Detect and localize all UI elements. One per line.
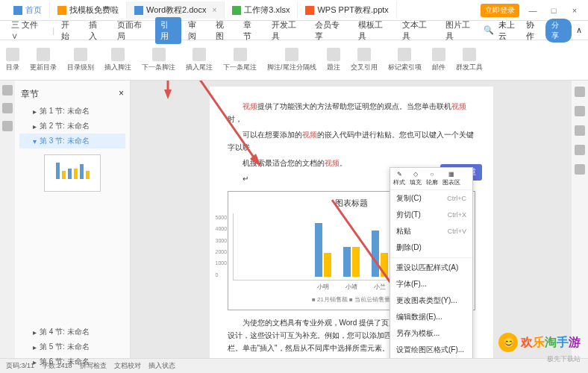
- menu-insert[interactable]: 插入: [84, 17, 110, 44]
- menu-view[interactable]: 视图: [210, 17, 237, 44]
- ribbon-toc-level[interactable]: 目录级别: [67, 48, 94, 72]
- status-spell[interactable]: 拼写检查: [80, 361, 107, 371]
- context-menu-item[interactable]: 删除(D): [390, 239, 472, 256]
- cm-chartarea[interactable]: ▦图表区: [442, 171, 460, 186]
- search-side-icon[interactable]: [2, 121, 13, 131]
- more-icon[interactable]: [575, 164, 585, 175]
- right-toolbar: [572, 81, 588, 358]
- menu-review[interactable]: 审阅: [183, 17, 209, 44]
- watermark: 😊 欢乐淘手游: [498, 333, 581, 352]
- ribbon-mass[interactable]: 群发工具: [456, 48, 483, 72]
- ribbon-footnote[interactable]: 插入脚注: [104, 48, 131, 72]
- ribbon-index[interactable]: 标记索引项: [388, 48, 422, 72]
- menu-text[interactable]: 文本工具: [397, 17, 439, 44]
- svg-marker-0: [164, 90, 172, 99]
- sidebar: 章节× ▸第 1 节: 未命名 ▸第 2 节: 未命名 ▾第 3 节: 未命名 …: [15, 81, 131, 358]
- menu-dev[interactable]: 开发工具: [266, 17, 308, 44]
- main: 章节× ▸第 1 节: 未命名 ▸第 2 节: 未命名 ▾第 3 节: 未命名 …: [0, 81, 588, 358]
- menu-template[interactable]: 模板工具: [353, 17, 395, 44]
- caret-icon[interactable]: ∧: [576, 25, 582, 35]
- property-icon[interactable]: [575, 87, 585, 97]
- file-menu[interactable]: 三 文件 ∨: [6, 17, 51, 44]
- outline-icon[interactable]: [2, 85, 13, 95]
- status-words[interactable]: 字数:2418: [42, 361, 72, 371]
- close-window-icon[interactable]: ×: [567, 6, 582, 15]
- menu-references[interactable]: 引用: [155, 17, 181, 44]
- search-icon[interactable]: 🔍: [484, 25, 494, 35]
- ribbon-note-sep[interactable]: 脚注/尾注分隔线: [267, 48, 316, 72]
- ribbon-next-endnote[interactable]: 下一条尾注: [223, 48, 257, 72]
- outline-item[interactable]: ▸第 1 节: 未命名: [19, 104, 125, 119]
- context-menu-item[interactable]: 剪切(T)Ctrl+X: [390, 207, 472, 223]
- ribbon-endnote[interactable]: 插入尾注: [186, 48, 213, 72]
- sidebar-close-icon[interactable]: ×: [119, 88, 124, 101]
- ribbon-caption[interactable]: 题注: [327, 48, 340, 72]
- close-icon[interactable]: ×: [213, 6, 217, 14]
- ribbon-crossref[interactable]: 交叉引用: [351, 48, 378, 72]
- cm-outline[interactable]: ○轮廓: [426, 171, 438, 186]
- watermark-sub: 极先下载站: [547, 354, 581, 364]
- context-menu-item[interactable]: 重设以匹配样式(A): [390, 260, 472, 276]
- context-menu-item[interactable]: 复制(C)Ctrl+C: [390, 190, 472, 207]
- status-page[interactable]: 页码:3/11: [6, 361, 34, 371]
- paragraph: 视频提供了功能强大的方法帮助您证明您的观点。当您单击联机视频时，: [228, 100, 475, 125]
- watermark-logo-icon: 😊: [498, 333, 518, 352]
- cm-style[interactable]: ✎样式: [393, 171, 405, 186]
- outline-item[interactable]: ▸第 5 节: 未命名: [19, 339, 125, 354]
- context-menu-item[interactable]: 字体(F)...: [390, 276, 472, 292]
- context-menu-item[interactable]: 设置绘图区格式(F)...: [390, 342, 472, 358]
- minimize-icon[interactable]: —: [525, 6, 540, 15]
- ribbon-mail[interactable]: 邮件: [432, 48, 445, 72]
- left-toolbar: [0, 81, 15, 358]
- bookmark-icon[interactable]: [2, 103, 13, 113]
- page-thumbnail[interactable]: [44, 154, 101, 192]
- ribbon-update-toc[interactable]: 更新目录: [30, 48, 57, 72]
- cloud-label[interactable]: 未上云: [498, 19, 522, 42]
- coop-label[interactable]: 协作: [526, 19, 541, 42]
- status-insert[interactable]: 插入状态: [148, 361, 175, 371]
- context-menu: ✎样式 ◇填充 ○轮廓 ▦图表区 复制(C)Ctrl+C剪切(T)Ctrl+X粘…: [390, 167, 473, 358]
- context-menu-item[interactable]: 另存为模板...: [390, 325, 472, 342]
- ribbon: 目录 更新目录 目录级别 插入脚注 下一条脚注 插入尾注 下一条尾注 脚注/尾注…: [0, 40, 588, 81]
- menu-layout[interactable]: 页面布局: [112, 17, 154, 44]
- cm-fill[interactable]: ◇填充: [410, 171, 422, 186]
- style-icon[interactable]: [575, 106, 585, 116]
- select-icon[interactable]: [575, 125, 585, 136]
- ribbon-toc[interactable]: 目录: [6, 48, 19, 72]
- menu-member[interactable]: 会员专享: [310, 17, 351, 44]
- outline-item[interactable]: ▸第 6 节: 未命名: [19, 354, 125, 369]
- outline-item[interactable]: ▸第 2 节: 未命名: [19, 119, 125, 134]
- outline-item[interactable]: ▸第 4 节: 未命名: [19, 325, 125, 339]
- shape-icon[interactable]: [575, 145, 585, 155]
- menubar: 三 文件 ∨ | 开始 插入 页面布局 引用 审阅 视图 章节 开发工具 会员专…: [0, 21, 588, 40]
- context-menu-item[interactable]: 编辑数据(E)...: [390, 309, 472, 325]
- menu-picture[interactable]: 图片工具: [440, 17, 482, 44]
- maximize-icon[interactable]: □: [546, 6, 561, 15]
- paragraph: 可以在想要添加的视频的嵌入代码中进行粘贴。您也可以键入一个关键字以联: [228, 128, 475, 154]
- outline-item[interactable]: ▾第 3 节: 未命名: [19, 134, 125, 148]
- share-button[interactable]: 分享: [545, 19, 572, 43]
- menu-section[interactable]: 章节: [238, 17, 264, 44]
- document-area[interactable]: 视频提供了功能强大的方法帮助您证明您的观点。当您单击联机视频时， 可以在想要添加…: [131, 81, 572, 358]
- login-badge[interactable]: 立即登录: [481, 4, 519, 17]
- status-track[interactable]: 文档校对: [114, 361, 141, 371]
- ribbon-next-footnote[interactable]: 下一条脚注: [142, 48, 175, 72]
- context-menu-item[interactable]: 粘贴Ctrl+V: [390, 223, 472, 239]
- context-menu-item[interactable]: 更改图表类型(Y)...: [390, 292, 472, 309]
- menu-start[interactable]: 开始: [56, 17, 82, 44]
- sidebar-title: 章节×: [19, 85, 125, 104]
- y-axis-ticks: 500040003000200010000: [216, 213, 228, 280]
